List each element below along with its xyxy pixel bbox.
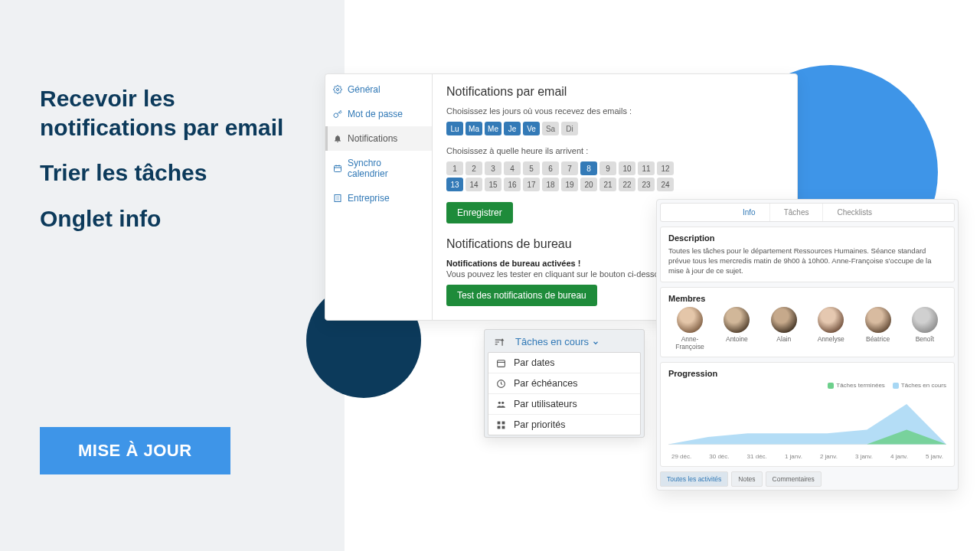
xaxis-tick: 2 janv. xyxy=(820,453,838,460)
sort-option[interactable]: Par priorités xyxy=(488,415,640,435)
footer-tab[interactable]: Notes xyxy=(731,471,762,487)
member[interactable]: Antoine xyxy=(715,307,758,350)
sidebar-item-label: Général xyxy=(348,84,381,95)
calendar-icon xyxy=(496,358,506,368)
sort-option-label: Par priorités xyxy=(514,419,565,430)
member-name: Anne-Françoise xyxy=(668,335,711,350)
footer-tab[interactable]: Toutes les activités xyxy=(660,471,728,487)
save-button[interactable]: Enregistrer xyxy=(446,202,513,223)
test-notif-button[interactable]: Test des notifications de bureau xyxy=(446,285,597,306)
headline-block: Recevoir les notifications par email Tri… xyxy=(40,84,300,249)
hour-toggle-18[interactable]: 18 xyxy=(542,178,559,191)
sort-option[interactable]: Par dates xyxy=(488,353,640,373)
hour-toggle-17[interactable]: 17 xyxy=(523,178,540,191)
users-icon xyxy=(496,399,506,409)
days-row: LuMaMeJeVeSaDi xyxy=(446,122,783,135)
sidebar-item-calendar[interactable]: Synchro calendrier xyxy=(325,151,432,186)
xaxis-tick: 31 déc. xyxy=(747,453,767,460)
hour-toggle-21[interactable]: 21 xyxy=(599,178,616,191)
sidebar-item-password[interactable]: Mot de passe xyxy=(325,102,432,126)
hour-toggle-14[interactable]: 14 xyxy=(466,178,482,191)
member-name: Antoine xyxy=(726,335,748,343)
day-toggle-sa[interactable]: Sa xyxy=(542,122,559,135)
hour-toggle-13[interactable]: 13 xyxy=(446,178,463,191)
clock-icon xyxy=(496,379,506,389)
day-toggle-ma[interactable]: Ma xyxy=(466,122,482,135)
info-tabs: InfoTâchesChecklists xyxy=(660,203,955,222)
calendar-icon xyxy=(333,164,342,173)
member-name: Annelyse xyxy=(818,335,844,343)
hour-toggle-9[interactable]: 9 xyxy=(599,161,616,175)
svg-point-5 xyxy=(498,401,501,403)
avatar xyxy=(771,307,797,333)
description-title: Description xyxy=(668,233,946,243)
member[interactable]: Benoît xyxy=(903,307,946,350)
hour-toggle-22[interactable]: 22 xyxy=(619,178,635,191)
tab-checklists[interactable]: Checklists xyxy=(823,204,886,221)
headline-2: Trier les tâches xyxy=(40,158,300,187)
xaxis-tick: 5 janv. xyxy=(926,453,943,460)
activity-footer-tabs: Toutes les activitésNotesCommentaires xyxy=(660,471,955,487)
tab-info[interactable]: Info xyxy=(729,204,770,221)
hour-toggle-3[interactable]: 3 xyxy=(485,161,501,175)
tab-tâches[interactable]: Tâches xyxy=(770,204,824,221)
update-button[interactable]: MISE À JOUR xyxy=(40,427,230,474)
sort-option[interactable]: Par échéances xyxy=(488,373,640,394)
avatar xyxy=(912,307,938,333)
avatar xyxy=(724,307,750,333)
sort-option-label: Par utilisateurs xyxy=(514,399,577,409)
day-toggle-di[interactable]: Di xyxy=(561,122,578,135)
day-toggle-lu[interactable]: Lu xyxy=(446,122,463,135)
member[interactable]: Alain xyxy=(763,307,805,350)
day-toggle-je[interactable]: Je xyxy=(504,122,521,135)
member[interactable]: Béatrice xyxy=(857,307,900,350)
hour-toggle-11[interactable]: 11 xyxy=(638,161,655,175)
hour-toggle-2[interactable]: 2 xyxy=(466,161,482,175)
sidebar-item-company[interactable]: Entreprise xyxy=(325,186,432,210)
sidebar-item-label: Synchro calendrier xyxy=(348,158,424,179)
legend-progress-label: Tâches en cours xyxy=(901,382,946,389)
legend-done-label: Tâches terminées xyxy=(836,382,885,389)
hour-toggle-7[interactable]: 7 xyxy=(561,161,578,175)
footer-tab[interactable]: Commentaires xyxy=(766,471,822,487)
member[interactable]: Anne-Françoise xyxy=(668,307,711,350)
hour-toggle-8[interactable]: 8 xyxy=(580,161,597,175)
hour-toggle-4[interactable]: 4 xyxy=(504,161,521,175)
hour-toggle-23[interactable]: 23 xyxy=(638,178,655,191)
building-icon xyxy=(333,194,342,203)
legend-swatch-progress xyxy=(893,383,899,389)
svg-rect-10 xyxy=(502,425,505,429)
xaxis-tick: 1 janv. xyxy=(785,453,802,460)
progression-card: Progression Tâches terminées Tâches en c… xyxy=(660,362,955,467)
hour-toggle-19[interactable]: 19 xyxy=(561,178,578,191)
days-label: Choisissez les jours où vous recevez des… xyxy=(446,106,783,116)
member-name: Alain xyxy=(776,335,791,343)
hour-toggle-6[interactable]: 6 xyxy=(542,161,559,175)
sidebar-item-notifications[interactable]: Notifications xyxy=(325,126,432,151)
hour-toggle-24[interactable]: 24 xyxy=(657,178,674,191)
headline-3: Onglet info xyxy=(40,204,300,233)
hour-toggle-20[interactable]: 20 xyxy=(580,178,597,191)
sidebar-item-general[interactable]: Général xyxy=(325,77,432,102)
info-panel: InfoTâchesChecklists Description Toutes … xyxy=(656,199,959,491)
sort-option[interactable]: Par utilisateurs xyxy=(488,394,640,415)
key-icon xyxy=(333,109,342,119)
legend-swatch-done xyxy=(828,383,834,389)
hour-toggle-1[interactable]: 1 xyxy=(446,161,463,175)
sort-option-label: Par échéances xyxy=(514,378,577,389)
day-toggle-ve[interactable]: Ve xyxy=(523,122,540,135)
xaxis-tick: 30 déc. xyxy=(709,453,729,460)
sort-title: Tâches en cours xyxy=(515,336,599,347)
hour-toggle-12[interactable]: 12 xyxy=(657,161,674,175)
settings-sidebar: Général Mot de passe Notifications Synch… xyxy=(325,74,433,320)
day-toggle-me[interactable]: Me xyxy=(485,122,501,135)
hours-row: 123456789101112131415161718192021222324 xyxy=(446,161,684,191)
member[interactable]: Annelyse xyxy=(809,307,852,350)
hour-toggle-5[interactable]: 5 xyxy=(523,161,540,175)
svg-rect-9 xyxy=(498,425,501,429)
svg-rect-1 xyxy=(335,166,341,172)
hour-toggle-16[interactable]: 16 xyxy=(504,178,521,191)
sort-header[interactable]: Tâches en cours xyxy=(488,334,641,352)
hour-toggle-15[interactable]: 15 xyxy=(485,178,501,191)
hour-toggle-10[interactable]: 10 xyxy=(619,161,635,175)
